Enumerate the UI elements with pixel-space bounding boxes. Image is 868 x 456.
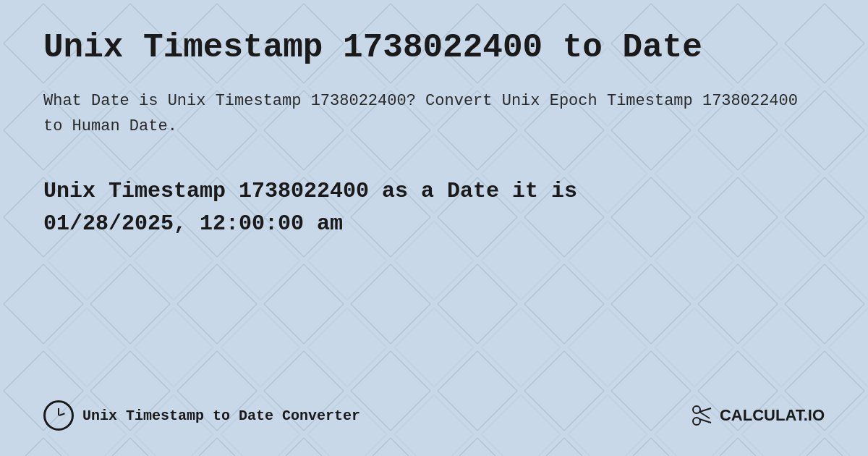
result-text: Unix Timestamp 1738022400 as a Date it i… xyxy=(43,175,825,240)
result-section: Unix Timestamp 1738022400 as a Date it i… xyxy=(43,175,825,240)
result-line1: Unix Timestamp 1738022400 as a Date it i… xyxy=(43,179,577,203)
calculator-icon xyxy=(689,402,715,428)
svg-line-7 xyxy=(699,419,711,423)
svg-point-5 xyxy=(693,406,700,413)
page-title: Unix Timestamp 1738022400 to Date xyxy=(43,29,825,67)
svg-line-8 xyxy=(699,412,710,418)
footer: Unix Timestamp to Date Converter CALCULA… xyxy=(43,400,825,431)
result-line2: 01/28/2025, 12:00:00 am xyxy=(43,211,343,236)
svg-point-4 xyxy=(693,418,700,425)
clock-icon xyxy=(43,400,74,431)
converter-link[interactable]: Unix Timestamp to Date Converter xyxy=(43,400,360,431)
converter-label: Unix Timestamp to Date Converter xyxy=(82,408,360,424)
page-description: What Date is Unix Timestamp 1738022400? … xyxy=(43,88,825,139)
brand-name: CALCULAT.IO xyxy=(720,406,825,425)
brand-logo[interactable]: CALCULAT.IO xyxy=(689,402,825,428)
svg-line-6 xyxy=(699,408,711,412)
